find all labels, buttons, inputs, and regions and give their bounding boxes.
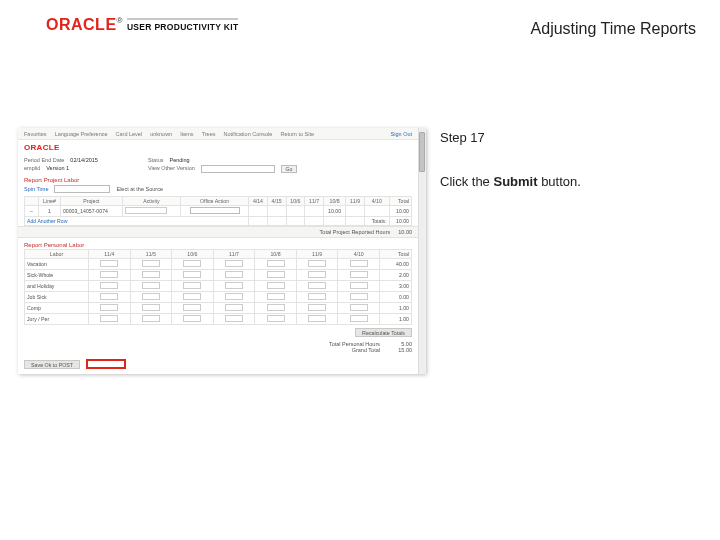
project-labor-grid: Line# Project Activity Office Action 4/1… [24,196,412,226]
hours-input[interactable] [183,260,201,267]
hours-input[interactable] [267,315,285,322]
spin-time-label[interactable]: Spin Time [24,186,48,192]
hours-input[interactable] [308,315,326,322]
hours-input[interactable] [183,282,201,289]
hours-input[interactable] [183,293,201,300]
status-value: Pending [169,157,189,163]
labor-label: Comp [25,303,89,314]
hours-input[interactable] [100,271,118,278]
col-office-action: Office Action [181,197,249,206]
hours-input[interactable] [142,282,160,289]
cell-day[interactable] [286,206,305,217]
hours-input[interactable] [225,315,243,322]
brand-word: ORACLE [46,16,117,33]
nav-item[interactable]: Return to Site [280,131,314,137]
col-day: 4/14 [249,197,268,206]
section-personal-labor-title: Report Personal Labor [18,238,418,249]
hours-input[interactable] [225,271,243,278]
hours-input[interactable] [100,293,118,300]
hours-input[interactable] [142,315,160,322]
row-total: 1.00 [380,303,412,314]
hours-input[interactable] [308,271,326,278]
hours-input[interactable] [267,304,285,311]
nav-item[interactable]: unknown [150,131,172,137]
add-another-row-link[interactable]: Add Another Row [27,218,67,224]
spin-time-input[interactable] [54,185,110,193]
cell-day[interactable]: 10.00 [323,206,345,217]
scrollbar-thumb[interactable] [419,132,425,172]
hours-input[interactable] [100,315,118,322]
sign-out-link[interactable]: Sign Out [391,131,412,137]
app-logo-row: ORACLE [18,140,418,154]
hours-input[interactable] [350,271,368,278]
table-row: and Holiday3.00 [25,281,412,292]
hours-input[interactable] [267,271,285,278]
hours-input[interactable] [350,315,368,322]
hours-input[interactable] [183,304,201,311]
hours-input[interactable] [225,260,243,267]
app-top-nav: Favorites Language Preference Card Level… [18,128,418,140]
row-total: 3.00 [380,281,412,292]
hours-input[interactable] [267,260,285,267]
activity-input[interactable] [125,207,167,214]
version-select[interactable] [201,165,275,173]
hours-input[interactable] [142,304,160,311]
hours-input[interactable] [142,293,160,300]
recalculate-button[interactable]: Recalculate Totals [355,328,412,337]
submit-button[interactable] [86,359,126,369]
office-action-select[interactable] [190,207,240,214]
cell-day[interactable] [249,206,268,217]
table-header-row: Labor 11/4 11/5 10/6 11/7 10/8 11/9 4/10… [25,250,412,259]
hours-input[interactable] [350,304,368,311]
hours-input[interactable] [100,260,118,267]
hours-input[interactable] [350,293,368,300]
col-line: Line# [39,197,61,206]
hours-input[interactable] [183,315,201,322]
project-hours-label: Total Project Reported Hours [320,229,391,235]
hours-input[interactable] [225,304,243,311]
hours-input[interactable] [267,282,285,289]
nav-item[interactable]: Trees [202,131,216,137]
hours-input[interactable] [142,271,160,278]
cell-day[interactable] [364,206,389,217]
personal-labor-grid: Labor 11/4 11/5 10/6 11/7 10/8 11/9 4/10… [24,249,412,325]
nav-item[interactable]: Items [180,131,193,137]
hours-input[interactable] [100,282,118,289]
cell-day[interactable] [346,206,365,217]
col-activity: Activity [122,197,180,206]
instruction-prefix: Click the [440,174,493,189]
oracle-logo: ORACLE® USER PRODUCTIVITY KIT [46,16,238,34]
hours-input[interactable] [267,293,285,300]
instruction-bold: Submit [493,174,537,189]
cell-day[interactable] [267,206,286,217]
hours-input[interactable] [183,271,201,278]
save-ok-button[interactable]: Save Ok to POST [24,360,80,369]
scrollbar-vertical[interactable] [418,128,426,374]
hours-input[interactable] [308,293,326,300]
hours-input[interactable] [225,282,243,289]
nav-item[interactable]: Favorites [24,131,47,137]
period-end-label: Period End Date [24,157,64,163]
cell-project: 00003_14057-0074 [60,206,122,217]
hours-input[interactable] [350,260,368,267]
col-labor: Labor [25,250,89,259]
screenshot-content: Favorites Language Preference Card Level… [18,128,418,374]
instruction-panel: Step 17 Click the Submit button. [440,128,690,191]
hours-input[interactable] [100,304,118,311]
col-day: 4/15 [267,197,286,206]
page-title: Adjusting Time Reports [531,20,696,38]
table-row: Comp1.00 [25,303,412,314]
hours-input[interactable] [308,304,326,311]
row-delete-icon[interactable]: – [30,208,33,214]
hours-input[interactable] [142,260,160,267]
cell-day[interactable] [305,206,324,217]
hours-input[interactable] [225,293,243,300]
go-button[interactable]: Go [281,165,297,173]
col-day: 11/5 [130,250,172,259]
hours-input[interactable] [308,260,326,267]
hours-input[interactable] [308,282,326,289]
nav-item[interactable]: Notification Console [223,131,272,137]
nav-item[interactable]: Card Level [116,131,143,137]
hours-input[interactable] [350,282,368,289]
nav-item[interactable]: Language Preference [55,131,108,137]
